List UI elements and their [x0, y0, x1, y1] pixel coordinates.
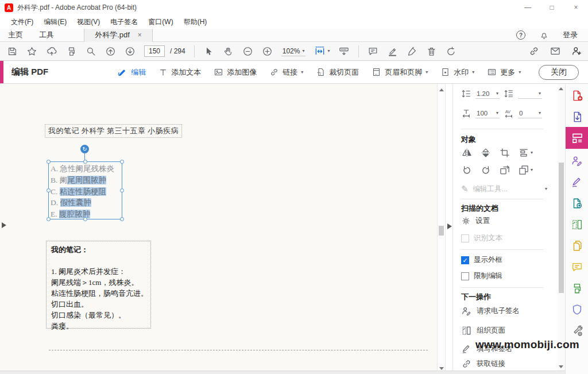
tab-close-icon[interactable]: ×: [138, 31, 142, 39]
option-line-a[interactable]: A. 急性阑尾残株炎: [49, 163, 122, 175]
edit-pdf-tool-active[interactable]: [566, 127, 588, 149]
fill-and-sign-tool[interactable]: [566, 171, 588, 192]
rotation-handle-icon[interactable]: ↻: [80, 145, 89, 153]
edit-tools-dropdown[interactable]: ✎ 编辑工具... ▾: [461, 184, 547, 194]
more-dropdown[interactable]: 更多 ▾: [487, 67, 521, 78]
document-scrollbar[interactable]: [437, 84, 446, 374]
save-icon[interactable]: [7, 46, 18, 57]
arrange-dropdown[interactable]: ▾: [518, 164, 533, 176]
settings-button[interactable]: 设置: [461, 216, 490, 226]
maximize-button[interactable]: □: [540, 0, 564, 15]
sign-in-person-icon[interactable]: [571, 45, 582, 57]
panel-scroll-down-icon[interactable]: [559, 365, 563, 368]
tab-document[interactable]: 外科学.pdf ×: [84, 29, 153, 42]
edit-mode-button[interactable]: 编辑: [117, 67, 146, 78]
show-toolbar-icon[interactable]: [338, 45, 350, 57]
character-spacing-dropdown[interactable]: 0▾: [518, 109, 542, 118]
flip-vertical-icon[interactable]: [480, 147, 492, 159]
restrict-editing-checkbox-row[interactable]: 限制编辑: [461, 271, 502, 281]
watermark-dropdown[interactable]: 水印 ▾: [440, 67, 474, 78]
selected-text-box[interactable]: A. 急性阑尾残株炎 B. 阑尾周围脓肿 C. 粘连性肠梗阻 D. 假性囊肿 E…: [48, 161, 122, 219]
delete-trash-icon[interactable]: [426, 46, 437, 57]
comment-tool[interactable]: [566, 256, 588, 277]
menu-edit[interactable]: 编辑(E): [38, 17, 72, 27]
align-dropdown[interactable]: ▾: [518, 147, 533, 159]
resize-handle-e[interactable]: [120, 188, 124, 192]
menu-view[interactable]: 视图(V): [72, 17, 105, 27]
option-line-c[interactable]: C. 粘连性肠梗阻: [49, 186, 122, 198]
menu-file[interactable]: 文件(F): [6, 17, 38, 27]
flip-horizontal-icon[interactable]: [461, 147, 473, 159]
resize-handle-se[interactable]: [120, 217, 124, 221]
line-spacing-dropdown[interactable]: 1.20▾: [475, 89, 500, 99]
menu-help[interactable]: 帮助(H): [179, 17, 212, 27]
search-icon[interactable]: [86, 46, 96, 57]
print-icon[interactable]: [66, 46, 77, 57]
rotate-right-icon[interactable]: [480, 164, 492, 176]
refresh-icon[interactable]: [446, 46, 457, 57]
restrict-editing-checkbox[interactable]: [461, 272, 469, 280]
replace-image-icon[interactable]: [499, 164, 510, 176]
resize-handle-nw[interactable]: [47, 160, 51, 164]
crop-object-icon[interactable]: [499, 147, 510, 159]
panel-scrollbar-thumb[interactable]: [559, 163, 564, 293]
resize-handle-ne[interactable]: [120, 160, 124, 164]
option-line-b[interactable]: B. 阑尾周围脓肿: [49, 175, 122, 186]
document-canvas[interactable]: 我的笔记 外科学 第三十五章 小肠疾病 ↻ A. 急性阑尾残株炎 B. 阑尾周围…: [0, 84, 437, 374]
resize-handle-w[interactable]: [47, 188, 51, 192]
crop-pages-button[interactable]: 裁切页面: [316, 67, 359, 78]
recognize-text-checkbox[interactable]: [461, 234, 469, 242]
rotate-left-icon[interactable]: [461, 164, 473, 176]
share-link-icon[interactable]: [528, 45, 540, 57]
request-signatures-button[interactable]: 请求电子签名: [461, 306, 520, 317]
hand-tool-icon[interactable]: [223, 46, 234, 57]
organize-pages-button[interactable]: 组织页面: [461, 325, 505, 336]
recognize-text-checkbox-row[interactable]: 识别文本: [461, 233, 502, 243]
add-text-button[interactable]: 添加文本: [158, 67, 201, 78]
scroll-down-icon[interactable]: [439, 367, 444, 370]
organize-pages-tool[interactable]: [566, 214, 588, 235]
left-panel-expand-arrow-icon[interactable]: [2, 222, 6, 228]
star-favorite-icon[interactable]: [26, 46, 37, 57]
document-scrollbar-thumb[interactable]: [439, 226, 444, 236]
link-dropdown[interactable]: 链接 ▾: [269, 67, 303, 78]
close-window-button[interactable]: ×: [564, 0, 588, 15]
cloud-upload-icon[interactable]: [46, 45, 57, 57]
resize-handle-n[interactable]: [83, 160, 87, 164]
show-outline-checkbox-row[interactable]: ✓ 显示外框: [461, 255, 502, 265]
paragraph-spacing-dropdown[interactable]: ▾: [518, 89, 542, 99]
resize-handle-sw[interactable]: [47, 217, 51, 221]
zoom-level-dropdown[interactable]: 102% ▾: [281, 47, 306, 56]
combine-files-tool[interactable]: [566, 235, 588, 256]
panel-scroll-up-icon[interactable]: [559, 87, 563, 90]
zoom-in-icon[interactable]: [262, 46, 273, 57]
sign-in-link[interactable]: 登录: [563, 30, 578, 40]
help-icon[interactable]: ?: [516, 30, 525, 40]
email-icon[interactable]: [550, 45, 561, 57]
zoom-out-icon[interactable]: [242, 46, 253, 57]
previous-page-icon[interactable]: [105, 46, 116, 57]
sign-pen-icon[interactable]: [407, 46, 417, 57]
panel-scrollbar[interactable]: [558, 84, 565, 374]
notifications-bell-icon[interactable]: [539, 30, 549, 40]
send-for-review-tool[interactable]: [566, 192, 588, 214]
menu-esign[interactable]: 电子签名: [105, 17, 143, 27]
menu-window[interactable]: 窗口(W): [143, 17, 178, 27]
create-pdf-tool[interactable]: [566, 85, 588, 106]
resize-handle-s[interactable]: [83, 217, 87, 221]
page-number-input[interactable]: 150: [144, 45, 165, 57]
comment-icon[interactable]: [368, 46, 378, 57]
horizontal-scale-dropdown[interactable]: 100▾: [475, 109, 500, 118]
minimize-button[interactable]: —: [516, 0, 540, 15]
notes-box[interactable]: 我的笔记： 1. 阑尾炎术后并发症： 阑尾残端＞1cm，残株炎。 粘连性肠梗阻，…: [46, 241, 151, 329]
document-header-line[interactable]: 我的笔记 外科学 第三十五章 小肠疾病: [45, 124, 182, 138]
header-footer-dropdown[interactable]: 页眉和页脚 ▾: [372, 67, 428, 78]
select-tool-icon[interactable]: [203, 46, 214, 57]
get-link-button[interactable]: 获取链接: [461, 358, 505, 369]
protect-tool[interactable]: [566, 299, 588, 320]
tab-home[interactable]: 主页: [0, 30, 31, 40]
request-signatures-tool[interactable]: [566, 150, 588, 171]
close-edit-pdf-button[interactable]: 关闭: [539, 65, 579, 80]
show-outline-checkbox[interactable]: ✓: [461, 256, 469, 264]
fit-width-dropdown[interactable]: ▾: [314, 45, 330, 57]
